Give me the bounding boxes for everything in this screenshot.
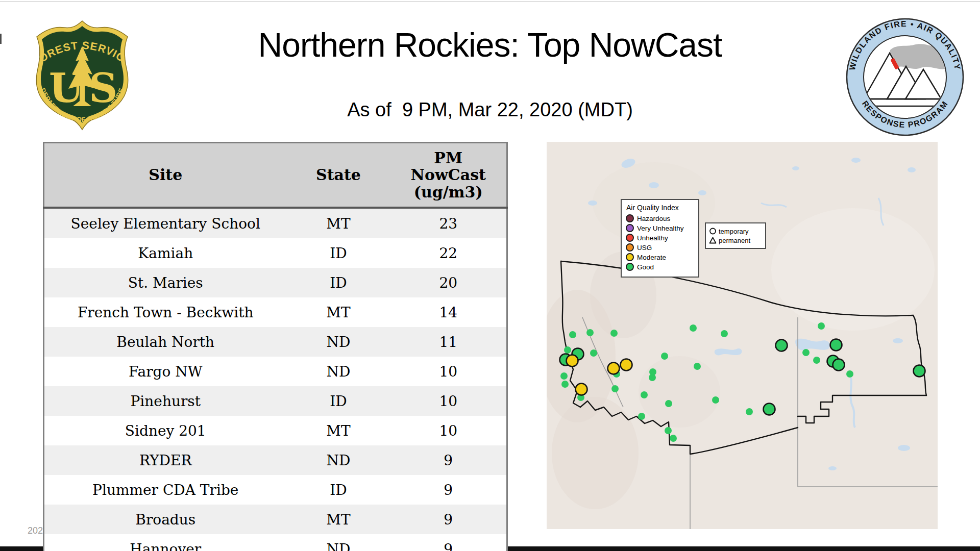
permanent-good-marker (776, 340, 788, 352)
pm-value-cell: 22 (390, 238, 507, 268)
temporary-good-marker (560, 372, 568, 380)
col-header-site: Site (44, 143, 287, 208)
permanent-triangle-icon (709, 236, 717, 244)
nowcast-table: Site State PM NowCast (ug/m3) Seeley Ele… (43, 142, 506, 551)
aqi-legend-item: USG (626, 243, 694, 252)
aqi-legend-item: Hazardous (626, 214, 694, 222)
temporary-circle-icon (709, 227, 717, 235)
state-cell: MT (287, 416, 390, 445)
temporary-good-marker (813, 357, 820, 364)
site-cell: Broadus (44, 505, 287, 534)
site-cell: Pinehurst (44, 386, 287, 416)
pm-value-cell: 9 (390, 505, 507, 534)
window-left-edge-mark (0, 34, 2, 44)
state-cell: ND (287, 327, 390, 357)
state-cell: ND (287, 445, 390, 475)
page-subtitle: As of 9 PM, Mar 22, 2020 (MDT) (174, 99, 806, 121)
window-top-hairline (0, 1, 980, 2)
permanent-moderate-marker (621, 359, 632, 371)
aqi-legend-item: Moderate (626, 253, 694, 261)
temporary-good-marker (665, 427, 672, 434)
temporary-good-marker (665, 400, 672, 407)
air-quality-map: Air Quality Index HazardousVery Unhealth… (547, 142, 938, 529)
aqi-color-dot (626, 234, 634, 242)
aqi-legend-title: Air Quality Index (626, 204, 694, 212)
temporary-good-marker (721, 330, 728, 337)
state-cell: MT (287, 297, 390, 327)
pm-value-cell: 9 (390, 475, 507, 505)
table-row: HannoverND9 (44, 534, 507, 551)
temporary-good-marker (569, 331, 576, 338)
state-cell: ID (287, 238, 390, 268)
temporary-good-marker (586, 329, 594, 336)
site-cell: Fargo NW (44, 357, 287, 386)
permanent-label: permanent (719, 237, 750, 244)
site-cell: Beulah North (44, 327, 287, 357)
temporary-good-marker (610, 330, 618, 337)
temporary-good-marker (802, 349, 810, 356)
site-cell: French Town - Beckwith (44, 297, 287, 327)
site-cell: RYDER (44, 445, 287, 475)
legend-row-temporary: temporary (709, 227, 762, 236)
pm-value-cell: 10 (390, 386, 507, 416)
aqi-color-dot (626, 214, 634, 222)
temporary-good-marker (818, 322, 825, 330)
site-cell: Plummer CDA Tribe (44, 475, 287, 505)
table-row: RYDERND9 (44, 445, 507, 475)
permanent-good-marker (764, 404, 775, 415)
aqi-color-dot (626, 243, 634, 252)
table-row: PinehurstID10 (44, 386, 507, 416)
temporary-good-marker (561, 381, 569, 388)
pm-value-cell: 9 (390, 445, 507, 475)
pm-value-cell: 23 (390, 208, 507, 238)
pm-value-cell: 10 (390, 416, 507, 445)
page-title: Northern Rockies: Top NowCast (174, 26, 806, 64)
temporary-good-marker (590, 349, 597, 357)
pm-value-cell: 9 (390, 534, 507, 551)
table-header-row: Site State PM NowCast (ug/m3) (44, 143, 507, 208)
site-cell: Kamiah (44, 238, 287, 268)
temporary-good-marker (649, 374, 656, 381)
state-cell: MT (287, 505, 390, 534)
table-row: St. MariesID20 (44, 268, 507, 297)
station-type-legend: temporary permanent (705, 222, 766, 249)
col-header-pm-line2: NowCast (390, 166, 507, 184)
temporary-label: temporary (719, 228, 749, 235)
temporary-good-marker (638, 413, 645, 420)
col-header-state: State (287, 143, 390, 208)
temporary-good-marker (694, 363, 701, 370)
temporary-good-marker (670, 435, 677, 442)
aqi-legend-label: Very Unhealthy (637, 224, 684, 232)
aqi-legend-item: Good (626, 263, 694, 271)
terrain-shading (547, 162, 935, 509)
col-header-pm: PM NowCast (ug/m3) (390, 143, 507, 208)
permanent-good-marker (833, 359, 845, 371)
aqi-legend-label: Unhealthy (637, 234, 668, 242)
state-cell: ID (287, 268, 390, 297)
temporary-good-marker (661, 353, 668, 360)
aqi-legend-label: Hazardous (637, 215, 670, 222)
col-header-pm-line1: PM (390, 149, 507, 167)
state-cell: MT (287, 208, 390, 238)
wildland-fire-air-quality-logo: WILDLAND FIRE • AIR QUALITY RESPONSE PRO… (845, 17, 965, 137)
table-row: KamiahID22 (44, 238, 507, 268)
permanent-good-marker (914, 365, 925, 377)
secondary-borders (582, 317, 938, 529)
temporary-good-marker (690, 324, 697, 332)
pm-value-cell: 14 (390, 297, 507, 327)
timestamp-fragment: 202 (28, 525, 43, 536)
state-cell: ND (287, 534, 390, 551)
table-row: French Town - BeckwithMT14 (44, 297, 507, 327)
temporary-good-marker (846, 370, 853, 378)
pm-value-cell: 20 (390, 268, 507, 297)
site-cell: Seeley Elementary School (44, 208, 287, 238)
aqi-legend-label: USG (637, 244, 652, 252)
aqi-legend: Air Quality Index HazardousVery Unhealth… (621, 199, 699, 278)
permanent-good-marker (830, 339, 842, 351)
temporary-good-marker (564, 346, 571, 354)
col-header-pm-line3: (ug/m3) (390, 184, 507, 201)
site-cell: St. Maries (44, 268, 287, 297)
site-cell: Hannover (44, 534, 287, 551)
temporary-good-marker (611, 385, 619, 392)
pm-value-cell: 11 (390, 327, 507, 357)
